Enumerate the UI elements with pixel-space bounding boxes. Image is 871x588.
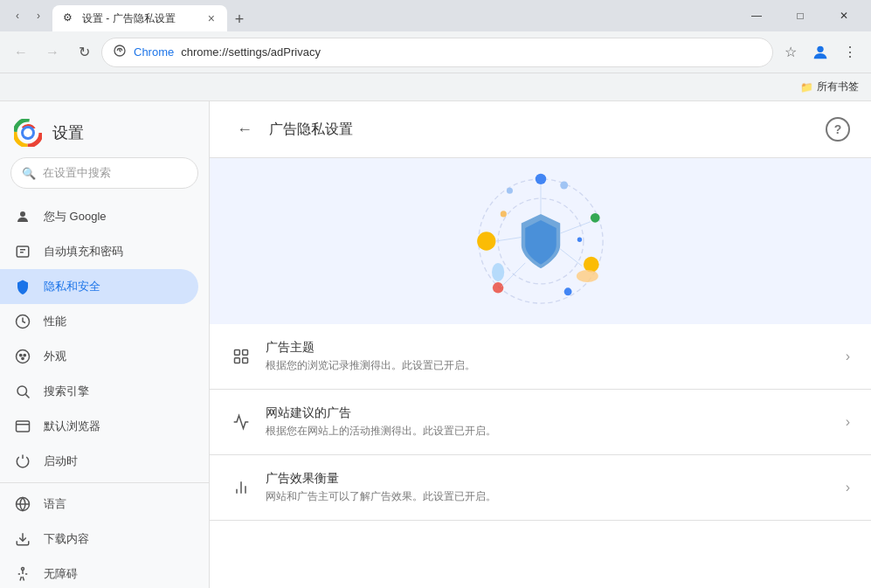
svg-point-29: [535, 174, 545, 184]
svg-point-15: [20, 354, 22, 356]
svg-line-19: [25, 394, 29, 398]
close-button[interactable]: ✕: [824, 2, 864, 30]
svg-point-32: [477, 232, 495, 250]
svg-point-16: [24, 354, 25, 356]
ad-topics-text: 广告主题 根据您的浏览记录推测得出。此设置已开启。: [266, 340, 832, 373]
tab-nav-left-btn[interactable]: ‹: [7, 5, 28, 26]
svg-point-36: [506, 188, 512, 194]
reload-button[interactable]: ↻: [70, 38, 98, 66]
nav-item-performance[interactable]: 性能: [0, 304, 198, 339]
ad-measurement-text: 广告效果衡量 网站和广告主可以了解广告效果。此设置已开启。: [266, 471, 832, 504]
navbar: ← → ↻ Chrome chrome://settings/adPrivacy…: [0, 31, 871, 73]
ad-topics-desc: 根据您的浏览记录推测得出。此设置已开启。: [266, 358, 832, 373]
chrome-label: Chrome: [134, 45, 174, 59]
settings-item-ad-topics[interactable]: 广告主题 根据您的浏览记录推测得出。此设置已开启。 ›: [210, 324, 871, 390]
badge-icon: [14, 243, 31, 260]
site-ads-icon: [231, 412, 252, 432]
nav-label-performance: 性能: [44, 314, 66, 329]
svg-point-39: [576, 270, 598, 282]
svg-point-30: [590, 213, 599, 223]
nav-label-download: 下载内容: [44, 531, 89, 547]
svg-point-25: [22, 568, 24, 571]
tab-nav-right-btn[interactable]: ›: [28, 5, 49, 26]
content-area: ← 广告隐私设置 ?: [210, 101, 871, 588]
settings-item-site-ads[interactable]: 网站建议的广告 根据您在网站上的活动推测得出。此设置已开启。 ›: [210, 390, 871, 455]
nav-item-language[interactable]: 语言: [0, 487, 198, 522]
main-layout: 设置 🔍 在设置中搜索 您与 Google 自动填充和密码 隐私和安全: [0, 101, 871, 588]
settings-item-ad-measurement[interactable]: 广告效果衡量 网站和广告主可以了解广告效果。此设置已开启。 ›: [210, 455, 871, 521]
window-controls: — □ ✕: [736, 2, 864, 30]
sidebar-header: 设置: [0, 101, 209, 157]
back-button[interactable]: ←: [231, 115, 259, 143]
svg-line-42: [560, 222, 591, 233]
nav-item-privacy[interactable]: 隐私和安全: [0, 269, 198, 304]
nav-item-startup[interactable]: 启动时: [0, 444, 198, 479]
nav-item-google[interactable]: 您与 Google: [0, 199, 198, 234]
nav-item-accessibility[interactable]: 无障碍: [0, 557, 198, 588]
nav-item-appearance[interactable]: 外观: [0, 339, 198, 374]
site-ads-text: 网站建议的广告 根据您在网站上的活动推测得出。此设置已开启。: [266, 405, 832, 439]
svg-rect-47: [243, 350, 248, 356]
svg-line-45: [501, 263, 525, 287]
new-tab-button[interactable]: +: [227, 7, 252, 31]
accessibility-icon: [14, 565, 31, 583]
browser-icon: [14, 418, 31, 435]
svg-point-33: [492, 282, 502, 293]
nav-label-appearance: 外观: [44, 349, 66, 364]
back-button[interactable]: ←: [7, 38, 35, 66]
sidebar: 设置 🔍 在设置中搜索 您与 Google 自动填充和密码 隐私和安全: [0, 101, 210, 588]
nav-label-autofill: 自动填充和密码: [44, 244, 123, 259]
svg-point-38: [500, 211, 506, 217]
nav-label-language: 语言: [44, 496, 66, 512]
chevron-right-icon: ›: [846, 349, 850, 364]
bookmarks-bar: 📁 所有书签: [0, 73, 871, 101]
svg-point-35: [560, 182, 568, 190]
nav-item-search[interactable]: 搜索引擎: [0, 374, 198, 409]
download-icon: [14, 530, 31, 548]
tab-nav-left: ‹ ›: [7, 5, 49, 26]
nav-item-browser[interactable]: 默认浏览器: [0, 409, 198, 444]
page-header: ← 广告隐私设置 ?: [210, 101, 871, 158]
bookmark-button[interactable]: ☆: [777, 38, 805, 66]
maximize-button[interactable]: □: [780, 2, 820, 30]
ad-measurement-title: 广告效果衡量: [266, 471, 832, 487]
active-tab[interactable]: ⚙ 设置 - 广告隐私设置 ×: [52, 5, 227, 31]
address-bar[interactable]: Chrome chrome://settings/adPrivacy: [101, 38, 773, 67]
search-bar[interactable]: 🔍 在设置中搜索: [10, 157, 198, 189]
forward-button[interactable]: →: [38, 38, 66, 66]
help-button[interactable]: ?: [826, 117, 850, 142]
svg-point-34: [563, 287, 571, 295]
search-placeholder: 在设置中搜索: [43, 165, 111, 181]
tab-favicon: ⚙: [63, 11, 77, 25]
settings-list: 广告主题 根据您的浏览记录推测得出。此设置已开启。 › 网站建议的广告 根据您在…: [210, 324, 871, 521]
site-ads-desc: 根据您在网站上的活动推测得出。此设置已开启。: [266, 424, 832, 439]
profile-button[interactable]: [806, 38, 834, 66]
svg-point-37: [577, 238, 581, 242]
ad-topics-icon: [231, 346, 252, 367]
menu-button[interactable]: ⋮: [836, 38, 864, 66]
nav-label-accessibility: 无障碍: [44, 566, 78, 582]
svg-line-44: [560, 249, 582, 266]
svg-point-40: [492, 263, 504, 281]
page-title: 广告隐私设置: [269, 121, 815, 139]
nav-item-download[interactable]: 下载内容: [0, 522, 198, 557]
bookmarks-label: 所有书签: [817, 80, 859, 94]
nav-label-google: 您与 Google: [44, 209, 107, 225]
search-engine-icon: [14, 383, 31, 400]
titlebar: ‹ › ⚙ 设置 - 广告隐私设置 × + — □ ✕: [0, 0, 871, 31]
power-icon: [14, 453, 31, 470]
site-ads-title: 网站建议的广告: [266, 405, 832, 421]
content-inner: ← 广告隐私设置 ?: [210, 101, 871, 521]
minimize-button[interactable]: —: [736, 2, 777, 30]
svg-point-9: [20, 211, 25, 217]
svg-rect-46: [235, 350, 240, 356]
svg-line-43: [495, 238, 521, 241]
nav-item-autofill[interactable]: 自动填充和密码: [0, 234, 198, 269]
svg-rect-48: [235, 358, 240, 363]
hero-illustration: [453, 171, 628, 311]
palette-icon: [14, 348, 31, 365]
tab-strip: ⚙ 设置 - 广告隐私设置 × +: [52, 0, 736, 31]
all-bookmarks[interactable]: 📁 所有书签: [795, 78, 864, 96]
tab-close-button[interactable]: ×: [206, 10, 217, 27]
hero-banner: [210, 158, 871, 324]
